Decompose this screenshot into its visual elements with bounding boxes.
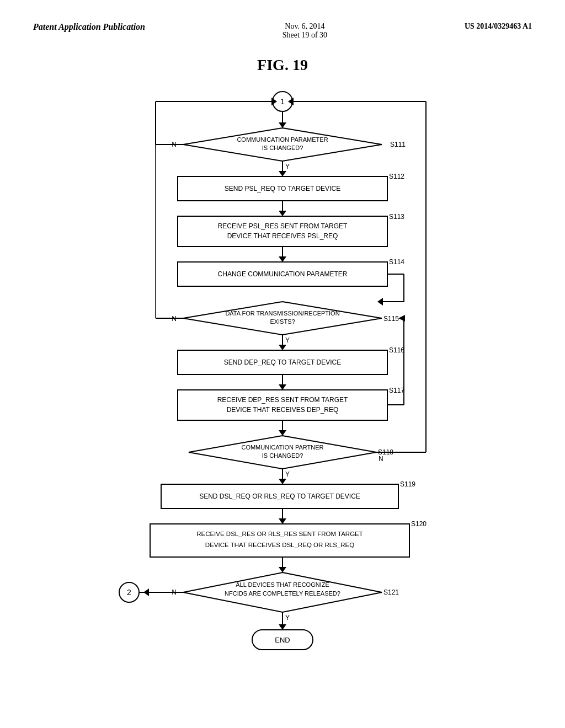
svg-text:DEVICE THAT RECEIVES PSL_REQ: DEVICE THAT RECEIVES PSL_REQ [227,232,338,240]
svg-text:S119: S119 [400,480,415,488]
svg-text:ALL DEVICES THAT RECOGNIZE: ALL DEVICES THAT RECOGNIZE [236,581,329,588]
svg-marker-87 [143,588,149,596]
svg-text:1: 1 [280,97,285,106]
page: Patent Application Publication Nov. 6, 2… [0,0,565,728]
svg-marker-54 [398,315,405,322]
svg-text:DEVICE THAT RECEIVES DEP_REQ: DEVICE THAT RECEIVES DEP_REQ [227,406,339,414]
flowchart-svg: 1 COMMUNICATION PARAMETER IS CHANGED? S1… [89,85,476,681]
svg-marker-3 [279,122,286,128]
svg-text:S117: S117 [389,387,404,394]
svg-text:COMMUNICATION PARTNER: COMMUNICATION PARTNER [241,444,323,451]
svg-text:DEVICE THAT RECEIVES DSL_REQ O: DEVICE THAT RECEIVES DSL_REQ OR RLS_REQ [205,542,354,548]
svg-marker-42 [279,345,286,350]
svg-marker-47 [279,384,286,390]
svg-rect-21 [178,216,387,247]
svg-marker-15 [279,171,286,176]
svg-rect-75 [150,524,409,557]
header: Patent Application Publication Nov. 6, 2… [33,22,532,40]
svg-text:EXISTS?: EXISTS? [270,318,295,325]
svg-text:S112: S112 [389,173,404,180]
svg-marker-92 [279,624,286,630]
svg-text:Y: Y [285,470,290,478]
svg-marker-33 [377,298,383,306]
publication-title: Patent Application Publication [33,22,145,32]
svg-text:RECEIVE PSL_RES SENT FROM TARG: RECEIVE PSL_RES SENT FROM TARGET [218,222,348,230]
svg-text:END: END [275,636,290,644]
svg-text:Y: Y [285,336,290,344]
svg-text:SEND DEP_REQ TO TARGET DEVICE: SEND DEP_REQ TO TARGET DEVICE [224,358,341,366]
svg-text:S120: S120 [411,520,427,528]
svg-text:NFCIDS ARE COMPLETELY RELEASED: NFCIDS ARE COMPLETELY RELEASED? [225,590,340,597]
patent-number: US 2014/0329463 A1 [465,22,532,31]
svg-text:DATA FOR TRANSMISSION/RECEPTIO: DATA FOR TRANSMISSION/RECEPTION [225,310,339,317]
svg-text:IS CHANGED?: IS CHANGED? [262,144,303,151]
publication-date: Nov. 6, 2014 Sheet 19 of 30 [282,22,327,40]
svg-text:IS CHANGED?: IS CHANGED? [262,452,303,459]
svg-marker-26 [279,256,286,262]
svg-text:N: N [379,455,383,463]
svg-text:S113: S113 [389,213,404,221]
svg-text:S114: S114 [389,258,404,266]
svg-marker-74 [279,518,286,524]
flowchart: 1 COMMUNICATION PARAMETER IS CHANGED? S1… [89,85,476,683]
svg-text:Y: Y [285,163,290,170]
svg-marker-80 [279,567,286,572]
svg-text:SEND DSL_REQ OR RLS_REQ TO TAR: SEND DSL_REQ OR RLS_REQ TO TARGET DEVICE [199,493,360,500]
svg-marker-69 [279,479,286,484]
svg-text:S115: S115 [383,315,399,323]
figure-title: FIG. 19 [33,56,532,74]
svg-text:CHANGE COMMUNICATION PARAMETER: CHANGE COMMUNICATION PARAMETER [218,270,348,278]
svg-text:RECEIVE DSL_RES OR RLS_RES SEN: RECEIVE DSL_RES OR RLS_RES SENT FROM TAR… [196,531,363,537]
svg-text:S121: S121 [383,588,399,596]
svg-marker-57 [279,430,286,436]
svg-text:Y: Y [285,614,290,622]
svg-text:S111: S111 [390,141,406,148]
svg-text:2: 2 [127,588,131,597]
svg-text:RECEIVE DEP_RES SENT FROM TARG: RECEIVE DEP_RES SENT FROM TARGET [217,396,348,404]
svg-rect-48 [178,390,387,420]
svg-text:COMMUNICATION PARAMETER: COMMUNICATION PARAMETER [237,136,328,143]
svg-text:S116: S116 [389,346,404,354]
svg-marker-20 [279,211,286,216]
svg-text:SEND PSL_REQ TO TARGET DEVICE: SEND PSL_REQ TO TARGET DEVICE [225,185,340,192]
